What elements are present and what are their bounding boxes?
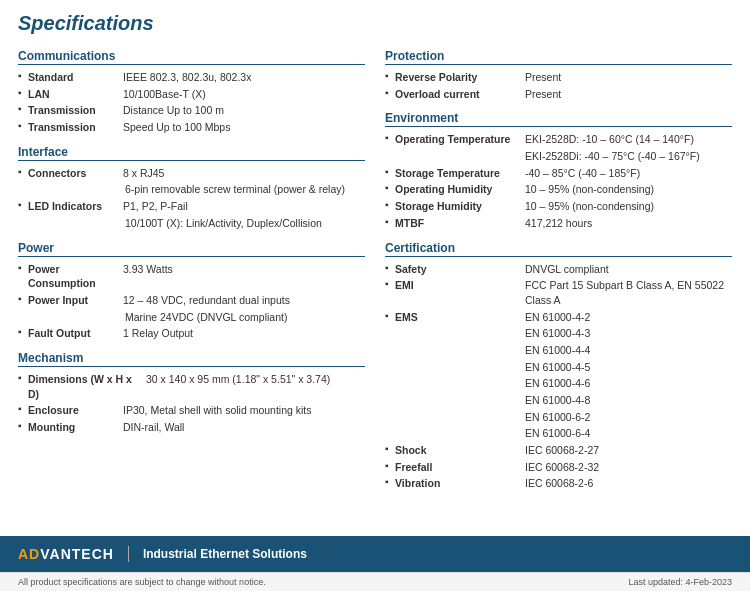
bullet: ▪ <box>18 403 26 414</box>
label-op-humidity: Operating Humidity <box>395 182 525 197</box>
spec-row-op-humidity: ▪ Operating Humidity 10 – 95% (non-conde… <box>385 182 732 197</box>
bullet: ▪ <box>18 166 26 177</box>
value-mtbf: 417,212 hours <box>525 216 732 231</box>
spec-row-vibration: ▪ Vibration IEC 60068-2-6 <box>385 476 732 491</box>
bullet: ▪ <box>18 420 26 431</box>
value-dimensions: 30 x 140 x 95 mm (1.18" x 5.51" x 3.74) <box>146 372 365 387</box>
value-fault-output: 1 Relay Output <box>123 326 365 341</box>
label-storage-humidity: Storage Humidity <box>395 199 525 214</box>
spec-row-led: ▪ LED Indicators P1, P2, P-Fail <box>18 199 365 214</box>
bullet: ▪ <box>385 166 393 177</box>
ems-extra-6: EN 61000-6-2 <box>385 410 732 425</box>
value-ems: EN 61000-4-2 <box>525 310 732 325</box>
bullet: ▪ <box>18 87 26 98</box>
bullet: ▪ <box>385 262 393 273</box>
spec-row-power-consumption: ▪ Power Consumption 3.93 Watts <box>18 262 365 291</box>
value-standard: IEEE 802.3, 802.3u, 802.3x <box>123 70 365 85</box>
label-safety: Safety <box>395 262 525 277</box>
bullet: ▪ <box>18 199 26 210</box>
bullet: ▪ <box>18 70 26 81</box>
footer-bottom: All product specifications are subject t… <box>0 572 750 591</box>
ems-extra-7: EN 61000-6-4 <box>385 426 732 441</box>
connectors-extra: 6-pin removable screw terminal (power & … <box>18 182 365 197</box>
bullet: ▪ <box>385 182 393 193</box>
footer-disclaimer: All product specifications are subject t… <box>18 577 266 587</box>
left-column: Communications ▪ Standard IEEE 802.3, 80… <box>18 49 365 493</box>
page: Specifications Communications ▪ Standard… <box>0 0 750 591</box>
label-fault-output: Fault Output <box>28 326 123 341</box>
ems-extra-1: EN 61000-4-3 <box>385 326 732 341</box>
value-power-input: 12 – 48 VDC, redundant dual inputs <box>123 293 365 308</box>
bullet: ▪ <box>18 120 26 131</box>
spec-row-dimensions: ▪ Dimensions (W x H x D) 30 x 140 x 95 m… <box>18 372 365 401</box>
spec-row-enclosure: ▪ Enclosure IP30, Metal shell with solid… <box>18 403 365 418</box>
power-table: ▪ Power Consumption 3.93 Watts ▪ Power I… <box>18 262 365 341</box>
label-enclosure: Enclosure <box>28 403 123 418</box>
spec-row-power-input: ▪ Power Input 12 – 48 VDC, redundant dua… <box>18 293 365 308</box>
footer-logo: ADVANTECH <box>18 546 129 562</box>
two-col-layout: Communications ▪ Standard IEEE 802.3, 80… <box>18 49 732 493</box>
power-input-extra: Marine 24VDC (DNVGL compliant) <box>18 310 365 325</box>
label-freefall: Freefall <box>395 460 525 475</box>
spec-row-reverse-polarity: ▪ Reverse Polarity Present <box>385 70 732 85</box>
bullet: ▪ <box>385 70 393 81</box>
bullet: ▪ <box>385 278 393 289</box>
bullet: ▪ <box>18 262 26 273</box>
bullet: ▪ <box>18 103 26 114</box>
value-transmission2: Speed Up to 100 Mbps <box>123 120 365 135</box>
spec-row-connectors: ▪ Connectors 8 x RJ45 <box>18 166 365 181</box>
ems-extra-2: EN 61000-4-4 <box>385 343 732 358</box>
bullet: ▪ <box>385 310 393 321</box>
protection-table: ▪ Reverse Polarity Present ▪ Overload cu… <box>385 70 732 101</box>
value-led: P1, P2, P-Fail <box>123 199 365 214</box>
spec-row-shock: ▪ Shock IEC 60068-2-27 <box>385 443 732 458</box>
label-transmission2: Transmission <box>28 120 123 135</box>
value-freefall: IEC 60068-2-32 <box>525 460 732 475</box>
ems-extra-4: EN 61000-4-6 <box>385 376 732 391</box>
label-power-input: Power Input <box>28 293 123 308</box>
section-title-mechanism: Mechanism <box>18 351 365 367</box>
mechanism-table: ▪ Dimensions (W x H x D) 30 x 140 x 95 m… <box>18 372 365 435</box>
spec-row-safety: ▪ Safety DNVGL compliant <box>385 262 732 277</box>
label-transmission1: Transmission <box>28 103 123 118</box>
value-enclosure: IP30, Metal shell with solid mounting ki… <box>123 403 365 418</box>
section-title-certification: Certification <box>385 241 732 257</box>
section-title-environment: Environment <box>385 111 732 127</box>
value-safety: DNVGL compliant <box>525 262 732 277</box>
label-shock: Shock <box>395 443 525 458</box>
spec-row-lan: ▪ LAN 10/100Base-T (X) <box>18 87 365 102</box>
spec-row-standard: ▪ Standard IEEE 802.3, 802.3u, 802.3x <box>18 70 365 85</box>
ems-extra-3: EN 61000-4-5 <box>385 360 732 375</box>
spec-row-storage-humidity: ▪ Storage Humidity 10 – 95% (non-condens… <box>385 199 732 214</box>
spec-row-storage-temp: ▪ Storage Temperature -40 – 85°C (-40 – … <box>385 166 732 181</box>
spec-row-ems: ▪ EMS EN 61000-4-2 <box>385 310 732 325</box>
value-overload: Present <box>525 87 732 102</box>
bullet: ▪ <box>385 132 393 143</box>
bullet: ▪ <box>385 476 393 487</box>
ems-extra-5: EN 61000-4-8 <box>385 393 732 408</box>
bullet: ▪ <box>18 372 26 383</box>
value-op-humidity: 10 – 95% (non-condensing) <box>525 182 732 197</box>
label-connectors: Connectors <box>28 166 123 181</box>
label-standard: Standard <box>28 70 123 85</box>
value-emi: FCC Part 15 Subpart B Class A, EN 55022 … <box>525 278 732 307</box>
logo-ad: AD <box>18 546 40 562</box>
footer-last-updated: Last updated: 4-Feb-2023 <box>628 577 732 587</box>
value-connectors: 8 x RJ45 <box>123 166 365 181</box>
right-column: Protection ▪ Reverse Polarity Present ▪ … <box>385 49 732 493</box>
logo-vantech: VANTECH <box>40 546 114 562</box>
spec-row-fault-output: ▪ Fault Output 1 Relay Output <box>18 326 365 341</box>
value-power-consumption: 3.93 Watts <box>123 262 365 277</box>
bullet: ▪ <box>385 443 393 454</box>
bullet: ▪ <box>385 216 393 227</box>
footer: ADVANTECH Industrial Ethernet Solutions <box>0 536 750 572</box>
spec-row-freefall: ▪ Freefall IEC 60068-2-32 <box>385 460 732 475</box>
value-mounting: DIN-rail, Wall <box>123 420 365 435</box>
value-reverse-polarity: Present <box>525 70 732 85</box>
interface-table: ▪ Connectors 8 x RJ45 6-pin removable sc… <box>18 166 365 231</box>
label-storage-temp: Storage Temperature <box>395 166 525 181</box>
spec-row-mounting: ▪ Mounting DIN-rail, Wall <box>18 420 365 435</box>
label-led: LED Indicators <box>28 199 123 214</box>
bullet: ▪ <box>385 460 393 471</box>
main-content: Specifications Communications ▪ Standard… <box>0 0 750 536</box>
